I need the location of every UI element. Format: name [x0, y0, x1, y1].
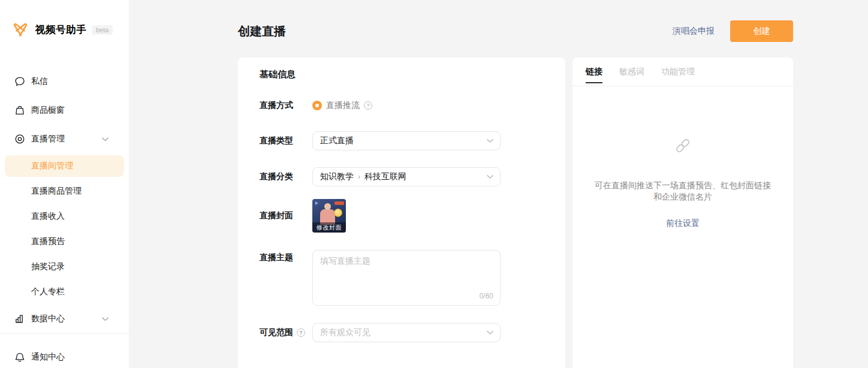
live-topic-label: 直播主题 — [260, 250, 312, 306]
play-badge-icon — [315, 201, 318, 205]
sidebar-item-label: 通知中心 — [31, 352, 65, 363]
sidebar-item-notification-center[interactable]: 通知中心 — [0, 343, 129, 368]
sidebar-item-data-center[interactable]: 数据中心 — [0, 304, 129, 333]
sidebar-item-label: 数据中心 — [31, 313, 65, 324]
change-cover-button[interactable]: 修改封面 — [312, 222, 346, 233]
help-icon[interactable]: ? — [297, 328, 305, 337]
sidebar: 视频号助手 beta 私信 商品橱窗 直播管理 直播间管理 — [0, 0, 129, 368]
basic-info-card: 基础信息 直播方式 直播推流 ? 直播类型 正式直播 — [238, 58, 565, 368]
tab-feature-management[interactable]: 功能管理 — [661, 67, 695, 77]
live-icon — [14, 134, 25, 144]
sidebar-subitem-label: 直播间管理 — [31, 161, 73, 171]
go-to-settings-link[interactable]: 前往设置 — [666, 218, 700, 229]
category-separator: › — [358, 173, 360, 181]
sidebar-nav: 私信 商品橱窗 直播管理 直播间管理 直播商品管理 直播收入 直播预 — [0, 67, 129, 368]
sidebar-item-label: 直播管理 — [31, 134, 65, 144]
create-button[interactable]: 创建 — [730, 20, 793, 42]
category-level1: 知识教学 — [320, 171, 354, 182]
sidebar-subitem-label: 直播收入 — [31, 211, 65, 222]
char-counter: 0/60 — [480, 292, 493, 300]
sidebar-subitem-label: 个人专栏 — [31, 286, 65, 297]
sidebar-subitem-live-income[interactable]: 直播收入 — [0, 204, 129, 229]
radio-selected[interactable] — [312, 101, 322, 110]
cover-tag-decor — [334, 201, 344, 205]
chevron-down-icon — [102, 317, 108, 321]
live-cover-row: 直播封面 修改封面 — [260, 199, 346, 233]
live-category-row: 直播分类 知识教学 › 科技互联网 — [260, 167, 501, 186]
page-header: 创建直播 演唱会申报 创建 — [238, 19, 793, 43]
sidebar-subitem-live-product-management[interactable]: 直播商品管理 — [0, 179, 129, 204]
page-title: 创建直播 — [238, 23, 286, 40]
sidebar-subitem-label: 抽奖记录 — [31, 261, 65, 272]
live-cover-label: 直播封面 — [260, 210, 312, 221]
visibility-row: 可见范围 ? 所有观众可见 — [260, 323, 501, 342]
chevron-down-icon — [487, 331, 493, 335]
links-panel-body: 可在直播间推送下一场直播预告、红包封面链接和企业微信名片 前往设置 — [572, 86, 793, 229]
chevron-down-icon — [487, 175, 493, 179]
live-topic-row: 直播主题 0/60 — [260, 250, 501, 306]
sidebar-item-product-showcase[interactable]: 商品橱窗 — [0, 96, 129, 125]
tab-links[interactable]: 链接 — [586, 67, 602, 77]
sidebar-subitem-label: 直播预告 — [31, 236, 65, 247]
sidebar-item-live-management[interactable]: 直播管理 — [0, 125, 129, 153]
links-panel-card: 链接 敏感词 功能管理 可在直播间推送下一场直播预告、红包封面链接和企业微信名片… — [572, 58, 793, 368]
header-actions: 演唱会申报 创建 — [673, 20, 793, 42]
live-method-row: 直播方式 直播推流 ? — [260, 98, 372, 113]
sidebar-item-label: 私信 — [31, 76, 48, 87]
live-type-select[interactable]: 正式直播 — [312, 131, 501, 150]
topic-input[interactable] — [312, 250, 501, 306]
beta-badge: beta — [92, 25, 113, 35]
help-icon[interactable]: ? — [364, 101, 372, 110]
sidebar-subitem-personal-column[interactable]: 个人专栏 — [0, 279, 129, 304]
visibility-select[interactable]: 所有观众可见 — [312, 323, 501, 342]
section-title: 基础信息 — [260, 69, 296, 80]
visibility-label-text: 可见范围 — [260, 327, 293, 338]
sidebar-item-label: 商品橱窗 — [31, 105, 65, 116]
bag-icon — [14, 105, 25, 116]
sidebar-item-private-messages[interactable]: 私信 — [0, 67, 129, 96]
live-method-radio-group: 直播推流 ? — [312, 100, 372, 111]
main-content: 创建直播 演唱会申报 创建 基础信息 直播方式 直播推流 ? 直播类型 正式直播 — [238, 0, 793, 368]
live-type-value: 正式直播 — [320, 135, 354, 146]
sidebar-subitem-live-room-management[interactable]: 直播间管理 — [5, 155, 124, 177]
live-type-label: 直播类型 — [260, 135, 312, 146]
chat-icon — [14, 76, 25, 87]
chevron-down-icon — [487, 139, 493, 143]
chevron-down-icon — [102, 137, 108, 141]
radio-label: 直播推流 — [326, 100, 360, 111]
link-chain-icon — [674, 137, 692, 155]
live-category-label: 直播分类 — [260, 171, 312, 182]
topic-input-wrap: 0/60 — [312, 250, 501, 306]
visibility-label: 可见范围 ? — [260, 327, 312, 338]
sidebar-subitem-label: 直播商品管理 — [31, 186, 82, 197]
data-icon — [14, 313, 25, 324]
cover-person-head-decor — [324, 203, 331, 210]
concert-apply-link[interactable]: 演唱会申报 — [673, 26, 715, 37]
app-logo: 视频号助手 beta — [11, 20, 113, 40]
coin-icon — [334, 209, 342, 217]
tab-sensitive-words[interactable]: 敏感词 — [619, 67, 644, 77]
live-method-label: 直播方式 — [260, 100, 312, 111]
sidebar-subitem-lottery-records[interactable]: 抽奖记录 — [0, 254, 129, 279]
live-type-row: 直播类型 正式直播 — [260, 131, 501, 150]
channels-logo-icon — [11, 20, 30, 40]
sidebar-subitem-live-notice[interactable]: 直播预告 — [0, 229, 129, 254]
live-category-select[interactable]: 知识教学 › 科技互联网 — [312, 167, 501, 186]
content-cards: 基础信息 直播方式 直播推流 ? 直播类型 正式直播 — [238, 58, 793, 368]
visibility-value: 所有观众可见 — [320, 327, 370, 338]
panel-tabs: 链接 敏感词 功能管理 — [572, 58, 793, 86]
links-empty-text: 可在直播间推送下一场直播预告、红包封面链接和企业微信名片 — [592, 180, 773, 203]
bell-icon — [14, 352, 25, 363]
app-title: 视频号助手 — [35, 23, 86, 37]
sidebar-divider — [0, 333, 129, 334]
category-level2: 科技互联网 — [364, 171, 406, 182]
cover-image[interactable]: 修改封面 — [312, 199, 346, 233]
